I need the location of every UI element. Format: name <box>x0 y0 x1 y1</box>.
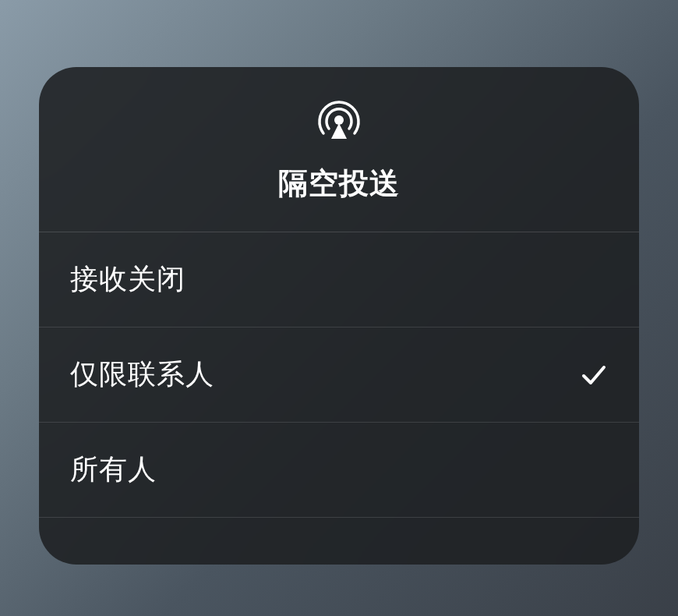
option-receiving-off[interactable]: 接收关闭 <box>39 232 639 327</box>
panel-title: 隔空投送 <box>278 164 400 204</box>
checkmark-icon <box>580 361 608 389</box>
option-everyone[interactable]: 所有人 <box>39 423 639 518</box>
option-contacts-only[interactable]: 仅限联系人 <box>39 327 639 423</box>
bottom-spacer <box>39 518 639 565</box>
option-label: 仅限联系人 <box>70 356 214 394</box>
panel-header: 隔空投送 <box>39 67 639 232</box>
airdrop-icon <box>314 98 364 148</box>
option-label: 所有人 <box>70 451 157 489</box>
airdrop-panel: 隔空投送 接收关闭 仅限联系人 所有人 <box>39 67 639 565</box>
option-label: 接收关闭 <box>70 260 185 299</box>
